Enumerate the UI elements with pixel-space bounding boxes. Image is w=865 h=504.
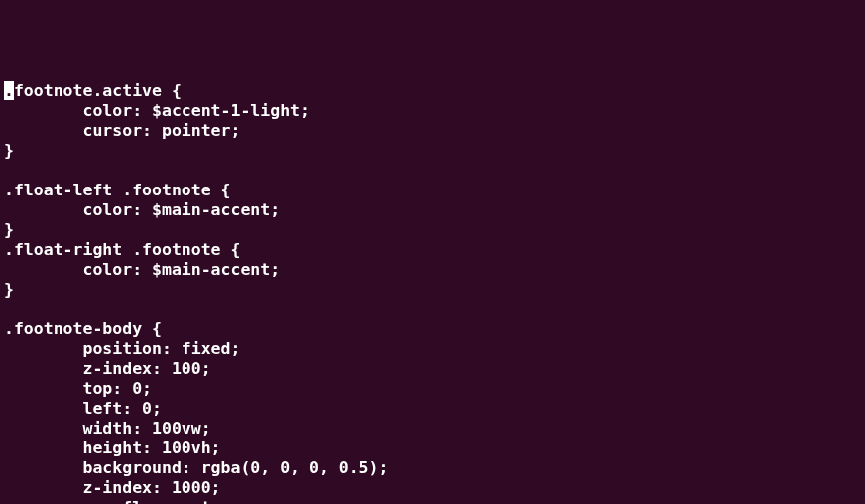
code-line: background: rgba(0, 0, 0, 0.5); <box>4 458 388 477</box>
code-line: .footnote-body { <box>4 319 162 338</box>
code-line: color: $main-accent; <box>4 260 280 279</box>
code-line: } <box>4 280 14 299</box>
code-line: overflow: auto; <box>4 498 230 504</box>
code-line: position: fixed; <box>4 339 240 358</box>
code-line: z-index: 100; <box>4 359 211 378</box>
code-line: width: 100vw; <box>4 419 211 438</box>
terminal-editor[interactable]: .footnote.active { color: $accent-1-ligh… <box>4 81 861 504</box>
code-line: top: 0; <box>4 379 152 398</box>
code-line: } <box>4 141 14 160</box>
code-line: left: 0; <box>4 399 162 418</box>
text-cursor: . <box>4 81 14 100</box>
code-line: .float-right .footnote { <box>4 240 240 259</box>
code-line: cursor: pointer; <box>4 121 240 140</box>
line-rest: footnote.active { <box>14 81 182 100</box>
code-line: z-index: 1000; <box>4 478 221 497</box>
code-line: .float-left .footnote { <box>4 181 230 199</box>
code-line: color: $main-accent; <box>4 200 280 219</box>
code-line: height: 100vh; <box>4 439 221 457</box>
code-line: } <box>4 220 14 239</box>
code-line: .footnote.active { <box>4 81 182 100</box>
code-line: color: $accent-1-light; <box>4 101 309 120</box>
